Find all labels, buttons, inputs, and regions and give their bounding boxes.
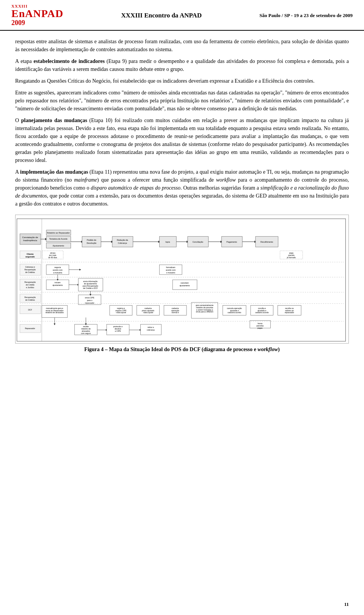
paragraph-6-bold: implementação das mudanças — [20, 169, 88, 175]
workflow-diagram: Constatação de Inadimplência Relatório a… — [15, 215, 349, 344]
svg-text:cadastra: cadastra — [144, 308, 152, 309]
svg-text:Ispra: Ispra — [165, 241, 170, 243]
svg-text:para Recuperação: para Recuperação — [83, 285, 98, 287]
svg-text:mensalmente gera e: mensalmente gera e — [46, 308, 63, 309]
svg-text:cancelam: cancelam — [180, 282, 188, 284]
paragraph-5: O planejamento das mudanças (Etapa 10) f… — [15, 116, 349, 164]
svg-text:Recuperação: Recuperação — [25, 269, 36, 271]
svg-text:envia informação: envia informação — [83, 281, 98, 282]
svg-text:ajustada e: ajustada e — [257, 310, 266, 312]
figure-4: Constatação de Inadimplência Relatório a… — [15, 215, 349, 353]
svg-text:Repassador: Repassador — [25, 328, 35, 329]
svg-text:envia ao Repassador: envia ao Repassador — [46, 310, 64, 312]
paragraph-1: respostas entre analistas de sistemas e … — [15, 38, 349, 53]
paragraph-3-text: Resgatando as Questões Críticas do Negóc… — [15, 78, 315, 84]
svg-text:concilia e: concilia e — [258, 308, 266, 309]
paragraph-4-text: Entre as sugestões, apareceram indicador… — [15, 90, 349, 111]
svg-text:protocola e: protocola e — [113, 326, 123, 328]
svg-text:a CIPE: a CIPE — [115, 330, 121, 332]
svg-text:de Créditos: de Créditos — [25, 271, 35, 273]
svg-text:com seguro: com seguro — [81, 333, 91, 334]
paragraph-3: Resgatando as Questões Críticas do Negóc… — [15, 77, 349, 85]
paragraph-2-bold: estabelecimento de indicadores — [34, 58, 105, 64]
svg-text:Relatório ao Repassador: Relatório ao Repassador — [47, 232, 70, 234]
svg-text:relatório de: relatório de — [81, 328, 91, 330]
svg-text:formalizam: formalizam — [166, 267, 175, 268]
paragraph-4: Entre as sugestões, apareceram indicador… — [15, 89, 349, 113]
svg-text:a mutuária: a mutuária — [53, 272, 62, 274]
svg-text:registra e: registra e — [117, 308, 125, 309]
paragraph-5-prefix: O — [15, 118, 21, 123]
svg-text:ajustamento: ajustamento — [179, 285, 190, 287]
svg-text:recolhe os: recolhe os — [285, 308, 294, 309]
svg-text:Recuperação: Recuperação — [25, 281, 36, 283]
svg-text:já honrado: já honrado — [287, 257, 296, 259]
svg-text:honra: honra — [257, 323, 262, 325]
svg-text:Cobrança: Cobrança — [118, 242, 127, 244]
svg-text:a serem honradas e: a serem honradas e — [196, 309, 213, 311]
svg-text:de ajustamento: de ajustamento — [84, 283, 97, 285]
svg-text:Pedido de: Pedido de — [87, 239, 96, 241]
figure-caption-text: Figura 4 – Mapa da Situação Ideal do POS… — [84, 347, 257, 352]
svg-text:segurado: segurado — [25, 256, 35, 258]
page-header: XXXIII EnANPAD 2009 XXXIII Encontro da A… — [0, 0, 364, 31]
svg-text:envia para a BNDES: envia para a BNDES — [196, 311, 214, 313]
page: XXXIII EnANPAD 2009 XXXIII Encontro da A… — [0, 0, 364, 615]
svg-text:de 90 dias: de 90 dias — [49, 257, 57, 259]
svg-text:de Créditos: de Créditos — [25, 299, 35, 301]
header-title: XXXIII Encontro da ANPAD — [121, 12, 202, 19]
svg-text:atrasa: atrasa — [50, 252, 55, 254]
svg-text:cobrança: cobrança — [147, 329, 155, 331]
svg-text:cadastra: cadastra — [172, 308, 179, 309]
svg-text:cadastra acordo: cadastra acordo — [255, 312, 269, 314]
svg-text:Conciliação: Conciliação — [193, 241, 203, 243]
svg-text:valores ao: valores ao — [285, 310, 294, 312]
paragraph-2: A etapa estabelecimento de indicadores (… — [15, 57, 349, 73]
svg-text:+data ajuste: +data ajuste — [143, 312, 153, 314]
svg-text:cadastra acordo: cadastra acordo — [228, 312, 241, 314]
header-logo-area: XXXIII EnANPAD 2009 — [11, 4, 63, 27]
svg-text:atrasados: atrasados — [82, 330, 90, 332]
svg-text:relatório de atrasados: relatório de atrasados — [46, 312, 64, 314]
svg-text:por mais: por mais — [49, 254, 56, 256]
paragraph-6-suffix3: . Outras melhorias sugeridas foram a — [180, 185, 260, 191]
paragraph-6-prefix: A — [15, 169, 20, 175]
svg-text:e Jurídico: e Jurídico — [26, 287, 35, 289]
svg-text:Constatação de: Constatação de — [22, 236, 38, 238]
svg-text:ajustada e: ajustada e — [230, 310, 239, 312]
svg-text:pagas: pagas — [257, 327, 263, 329]
svg-text:normal e: normal e — [171, 312, 179, 314]
svg-text:de Crédito e DCF: de Crédito e DCF — [83, 287, 98, 289]
svg-text:recebe: recebe — [83, 326, 89, 328]
header-location: São Paulo / SP - 19 a 23 de setembro de … — [259, 13, 353, 19]
svg-text:gera semestralmente: gera semestralmente — [196, 304, 213, 306]
header-center: XXXIII Encontro da ANPAD — [121, 12, 202, 19]
svg-text:cancela operação: cancela operação — [227, 308, 242, 309]
svg-text:operação: operação — [171, 310, 179, 312]
paragraph-5-suffix: (Etapa 10) foi realizado com muitos cuid… — [15, 118, 349, 163]
svg-text:repassador: repassador — [85, 302, 94, 304]
svg-text:para o: para o — [87, 300, 92, 301]
svg-text:Inadimplência: Inadimplência — [23, 239, 37, 242]
svg-text:devolve: devolve — [115, 328, 121, 330]
svg-text:acordo com: acordo com — [53, 269, 63, 271]
svg-text:Tentativa de Acordo: Tentativa de Acordo — [49, 238, 67, 240]
svg-text:paga: paga — [289, 252, 293, 254]
svg-text:acordo com: acordo com — [166, 269, 176, 271]
svg-text:Recuperação: Recuperação — [25, 297, 36, 298]
paragraph-6-italic2: workflow — [216, 177, 236, 183]
svg-text:plano ajustado: plano ajustado — [142, 310, 154, 312]
paragraph-6-italic1: mainframe — [74, 177, 97, 183]
svg-text:+data ajuste: +data ajuste — [116, 312, 126, 314]
paragraph-6-italic3: disparo automático de etapas do processo — [91, 185, 180, 191]
svg-text:arquiva CIPE: arquiva CIPE — [115, 310, 127, 312]
main-content: respostas entre analistas de sistemas e … — [0, 38, 364, 353]
svg-text:parcela: parcela — [288, 254, 295, 256]
svg-text:Ajustamento: Ajustamento — [53, 245, 64, 247]
svg-text:reduz a: reduz a — [147, 326, 154, 328]
svg-text:ajustamento: ajustamento — [52, 284, 63, 286]
figure-caption-italic: workflow — [257, 347, 278, 352]
svg-text:relatório de parcelas: relatório de parcelas — [196, 307, 213, 309]
svg-text:parcelas: parcelas — [256, 325, 264, 327]
svg-text:o mutuário: o mutuário — [166, 272, 175, 274]
